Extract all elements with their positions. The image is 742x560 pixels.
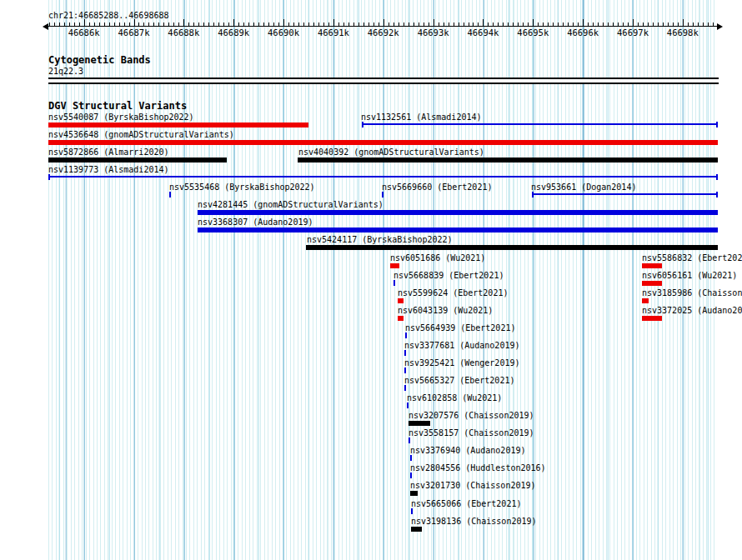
variant-glyph[interactable] <box>405 332 407 338</box>
ruler-minor-tick <box>469 22 469 26</box>
variant-label[interactable]: nsv5424117 (ByrskaBishop2022) <box>307 236 453 244</box>
variant-glyph-end[interactable] <box>48 174 50 180</box>
ruler-minor-tick <box>508 22 509 26</box>
ruler-minor-tick <box>228 22 229 26</box>
variant-label[interactable]: nsv4281445 (gnomADStructuralVariants) <box>198 201 384 209</box>
variant-glyph[interactable] <box>394 280 395 286</box>
ruler-left-arrow-icon <box>43 23 48 30</box>
variant-glyph[interactable] <box>532 193 718 195</box>
variant-label[interactable]: nsv3368307 (Audano2019) <box>198 218 313 227</box>
ruler-minor-tick <box>493 22 494 26</box>
ruler-major-tick <box>134 19 135 26</box>
ruler-minor-tick <box>178 22 179 26</box>
variant-glyph[interactable] <box>48 158 227 162</box>
variant-glyph[interactable] <box>382 192 384 198</box>
ruler-tick-label: 46696k <box>567 28 599 38</box>
variant-glyph[interactable] <box>48 122 308 128</box>
variant-glyph[interactable] <box>642 316 662 321</box>
variant-glyph[interactable] <box>411 527 422 532</box>
variant-glyph[interactable] <box>398 298 404 303</box>
variant-label[interactable]: nsv3372025 (Audano2019) <box>642 307 742 315</box>
ruler-minor-tick <box>363 22 364 26</box>
ruler-minor-tick <box>338 22 339 26</box>
variant-glyph[interactable] <box>48 176 718 178</box>
ruler-minor-tick <box>498 22 499 26</box>
variant-label[interactable]: nsv6056161 (Wu2021) <box>642 272 737 280</box>
ruler-minor-tick <box>473 22 474 26</box>
ruler-minor-tick <box>613 22 614 26</box>
variant-glyph[interactable] <box>407 402 409 408</box>
ruler-minor-tick <box>258 22 259 26</box>
variant-glyph[interactable] <box>48 140 718 145</box>
variant-label[interactable]: nsv3185986 (Chaisson2019) <box>642 289 742 298</box>
ruler-minor-tick <box>119 22 120 26</box>
ruler-minor-tick <box>424 22 424 26</box>
ruler-right-arrow-icon <box>717 23 723 30</box>
variant-label[interactable]: nsv1132561 (Alsmadi2014) <box>361 113 482 122</box>
variant-glyph[interactable] <box>410 472 412 478</box>
ruler-tick-label: 46687k <box>118 28 150 38</box>
variant-label[interactable]: nsv3201730 (Chaisson2019) <box>410 482 536 490</box>
variant-label[interactable]: nsv3207576 (Chaisson2019) <box>409 412 534 420</box>
variant-glyph[interactable] <box>404 385 406 391</box>
variant-label[interactable]: nsv3376940 (Audano2019) <box>410 447 525 455</box>
ruler-minor-tick <box>79 22 80 26</box>
variant-label[interactable]: nsv3377681 (Audano2019) <box>404 342 519 350</box>
variant-glyph[interactable] <box>410 455 412 461</box>
variant-label[interactable]: nsv1139773 (Alsmadi2014) <box>48 166 169 174</box>
variant-label[interactable]: nsv5586832 (Ebert2021) <box>642 254 742 262</box>
variant-glyph[interactable] <box>409 438 410 443</box>
variant-label[interactable]: nsv5599624 (Ebert2021) <box>398 289 508 298</box>
ruler-minor-tick <box>124 22 125 26</box>
variant-glyph[interactable] <box>410 491 418 496</box>
ruler-minor-tick <box>138 22 139 26</box>
variant-glyph[interactable] <box>398 316 404 321</box>
variant-glyph[interactable] <box>642 281 662 286</box>
variant-glyph[interactable] <box>198 210 718 215</box>
variant-label[interactable]: nsv6043139 (Wu2021) <box>398 307 493 315</box>
ruler-minor-tick <box>308 22 309 26</box>
variant-glyph[interactable] <box>169 192 171 198</box>
variant-glyph-end[interactable] <box>716 122 718 128</box>
variant-label[interactable]: nsv6102858 (Wu2021) <box>407 394 502 402</box>
variant-label[interactable]: nsv3558157 (Chaisson2019) <box>409 429 534 438</box>
ruler-minor-tick <box>193 22 194 26</box>
variant-glyph-end[interactable] <box>716 192 718 198</box>
ruler-minor-tick <box>343 22 344 26</box>
variant-label[interactable]: nsv5669660 (Ebert2021) <box>382 183 492 192</box>
variant-label[interactable]: nsv5665066 (Ebert2021) <box>411 500 521 508</box>
variant-glyph[interactable] <box>306 245 718 250</box>
variant-glyph[interactable] <box>390 263 399 268</box>
variant-glyph[interactable] <box>404 368 406 373</box>
dgv-section-title: DGV Structural Variants <box>48 101 187 111</box>
variant-label[interactable]: nsv2804556 (Huddleston2016) <box>410 464 546 472</box>
variant-glyph[interactable] <box>642 298 649 303</box>
variant-glyph-end[interactable] <box>362 122 363 128</box>
variant-label[interactable]: nsv4536648 (gnomADStructuralVariants) <box>48 131 234 139</box>
variant-glyph-end[interactable] <box>716 174 718 180</box>
variant-glyph-end[interactable] <box>532 192 534 198</box>
variant-label[interactable]: nsv5535468 (ByrskaBishop2022) <box>169 183 315 192</box>
variant-label[interactable]: nsv3925421 (Wenger2019) <box>404 359 519 368</box>
variant-label[interactable]: nsv5668839 (Ebert2021) <box>394 272 504 280</box>
variant-label[interactable]: nsv5872866 (Almarri2020) <box>48 148 169 157</box>
variant-label[interactable]: nsv4040392 (gnomADStructuralVariants) <box>298 148 484 157</box>
variant-glyph[interactable] <box>411 508 413 514</box>
variant-label[interactable]: nsv953661 (Dogan2014) <box>531 183 636 192</box>
ruler-minor-tick <box>708 22 709 26</box>
variant-label[interactable]: nsv3198136 (Chaisson2019) <box>411 518 537 526</box>
variant-glyph[interactable] <box>642 263 662 268</box>
variant-glyph[interactable] <box>409 421 430 426</box>
genome-browser-view: chr21:46685288..46698688 46686k46687k466… <box>0 0 742 560</box>
variant-label[interactable]: nsv5540087 (ByrskaBishop2022) <box>48 113 194 122</box>
ruler-minor-tick <box>523 22 524 26</box>
variant-label[interactable]: nsv6051686 (Wu2021) <box>390 254 485 262</box>
variant-glyph[interactable] <box>298 158 718 162</box>
variant-glyph[interactable] <box>404 350 406 356</box>
variant-glyph[interactable] <box>198 228 718 232</box>
variant-glyph[interactable] <box>362 123 718 125</box>
variant-label[interactable]: nsv5664939 (Ebert2021) <box>405 324 515 332</box>
ruler-minor-tick <box>318 22 319 26</box>
variant-label[interactable]: nsv5665327 (Ebert2021) <box>404 377 514 385</box>
ruler-tick-label: 46691k <box>318 28 349 38</box>
